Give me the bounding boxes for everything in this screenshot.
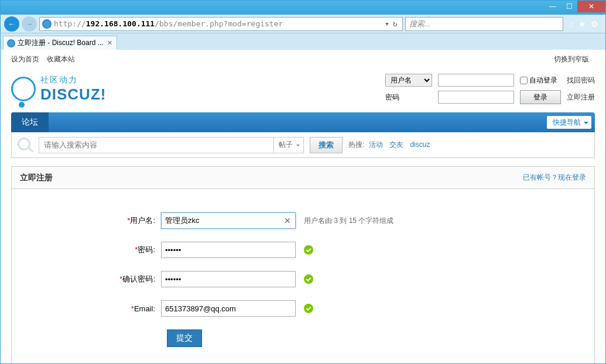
login-field-select[interactable]: 用户名 — [385, 74, 432, 87]
favorites-icon[interactable]: ★ — [578, 19, 586, 29]
forward-button[interactable]: → — [22, 16, 37, 32]
login-username-input[interactable] — [438, 74, 514, 87]
register-panel: 立即注册 已有帐号？现在登录 *用户名: ✕ 用户名由 3 到 15 个字符组成… — [11, 166, 595, 363]
login-password-input[interactable] — [438, 91, 514, 104]
hot-link-2[interactable]: 交友 — [389, 140, 403, 149]
password-label: 密码 — [385, 92, 432, 102]
tab-title: 立即注册 - Discuz! Board ... — [18, 38, 104, 48]
email-label: *Email: — [12, 304, 161, 313]
narrow-view-link[interactable]: 切换到窄版 — [554, 54, 589, 64]
close-button[interactable]: ✕ — [577, 1, 605, 12]
find-password-link[interactable]: 找回密码 — [567, 75, 595, 85]
search-button[interactable]: 搜索 — [310, 137, 343, 153]
submit-button[interactable]: 提交 — [167, 329, 202, 347]
logo-bubble-icon — [11, 77, 36, 101]
forum-search-bar: 帖子 搜索 热搜: 活动 交友 discuz — [11, 132, 595, 158]
quick-login-form: 用户名 自动登录 找回密码 密码 登录 立即注册 — [385, 74, 595, 104]
minimize-button[interactable]: — — [545, 1, 561, 12]
hot-link-3[interactable]: discuz — [410, 140, 430, 149]
logo-en-text: DISCUZ! — [40, 85, 106, 104]
browser-search-placeholder: 搜索... — [409, 19, 431, 29]
register-title: 立即注册 — [20, 173, 53, 183]
page-viewport: 设为首页 收藏本站 切换到窄版 社区动力 DISCUZ! 用户名 自动登录 找回… — [1, 50, 605, 363]
forum-search-input[interactable] — [39, 138, 273, 153]
site-header: 社区动力 DISCUZ! 用户名 自动登录 找回密码 密码 登录 立即注册 — [1, 69, 605, 112]
username-input[interactable] — [161, 212, 296, 229]
check-icon — [304, 245, 313, 255]
password-input[interactable] — [161, 242, 296, 258]
ie-icon — [42, 19, 52, 29]
password2-label: *确认密码: — [12, 274, 161, 284]
top-links-bar: 设为首页 收藏本站 切换到窄版 — [1, 50, 605, 69]
back-button[interactable]: ← — [4, 16, 19, 32]
favicon-icon — [7, 39, 15, 47]
have-account-link[interactable]: 已有帐号？现在登录 — [523, 173, 586, 183]
nav-forum[interactable]: 论坛 — [11, 112, 49, 132]
tab-close-icon[interactable]: ✕ — [106, 39, 114, 47]
password2-input[interactable] — [161, 271, 296, 287]
logo-cn-text: 社区动力 — [40, 75, 106, 85]
url-text: http://192.168.100.111/bbs/member.php?mo… — [54, 19, 382, 28]
bookmark-link[interactable]: 收藏本站 — [47, 55, 75, 63]
maximize-button[interactable]: ☐ — [561, 1, 577, 12]
main-nav: 论坛 快捷导航 — [11, 112, 595, 132]
register-panel-head: 立即注册 已有帐号？现在登录 — [12, 167, 594, 189]
browser-tab[interactable]: 立即注册 - Discuz! Board ... ✕ — [3, 36, 117, 50]
email-input[interactable] — [161, 300, 296, 317]
login-button[interactable]: 登录 — [520, 90, 561, 104]
hot-search: 热搜: 活动 交友 discuz — [348, 140, 432, 150]
refresh-icon[interactable]: ↻ — [393, 19, 398, 28]
window-titlebar: — ☐ ✕ — [1, 1, 605, 15]
set-homepage-link[interactable]: 设为首页 — [11, 55, 39, 63]
password-field-label: *密码: — [12, 245, 161, 255]
hot-link-1[interactable]: 活动 — [369, 140, 383, 149]
dropdown-icon[interactable]: ▾ — [385, 19, 389, 28]
clear-icon[interactable]: ✕ — [283, 216, 292, 225]
browser-search-box[interactable]: 搜索... — [405, 17, 563, 31]
search-type-dropdown[interactable]: 帖子 — [273, 138, 303, 153]
hot-label: 热搜: — [348, 140, 364, 149]
check-icon — [304, 274, 313, 284]
register-link[interactable]: 立即注册 — [567, 92, 595, 102]
site-logo[interactable]: 社区动力 DISCUZ! — [11, 75, 106, 104]
register-form: *用户名: ✕ 用户名由 3 到 15 个字符组成 *密码: *确认密码: — [12, 189, 594, 363]
check-icon — [304, 304, 313, 313]
tab-strip: 立即注册 - Discuz! Board ... ✕ — [1, 33, 605, 50]
username-hint: 用户名由 3 到 15 个字符组成 — [304, 216, 393, 226]
home-icon[interactable]: ⌂ — [569, 19, 574, 29]
username-label: *用户名: — [12, 215, 161, 226]
address-bar-row: ← → http://192.168.100.111/bbs/member.ph… — [1, 15, 605, 33]
search-icon — [18, 138, 33, 153]
quick-nav-button[interactable]: 快捷导航 — [546, 115, 592, 129]
auto-login-checkbox[interactable]: 自动登录 — [520, 75, 561, 85]
tools-icon[interactable]: ⚙ — [591, 19, 598, 29]
address-bar[interactable]: http://192.168.100.111/bbs/member.php?mo… — [39, 17, 403, 31]
